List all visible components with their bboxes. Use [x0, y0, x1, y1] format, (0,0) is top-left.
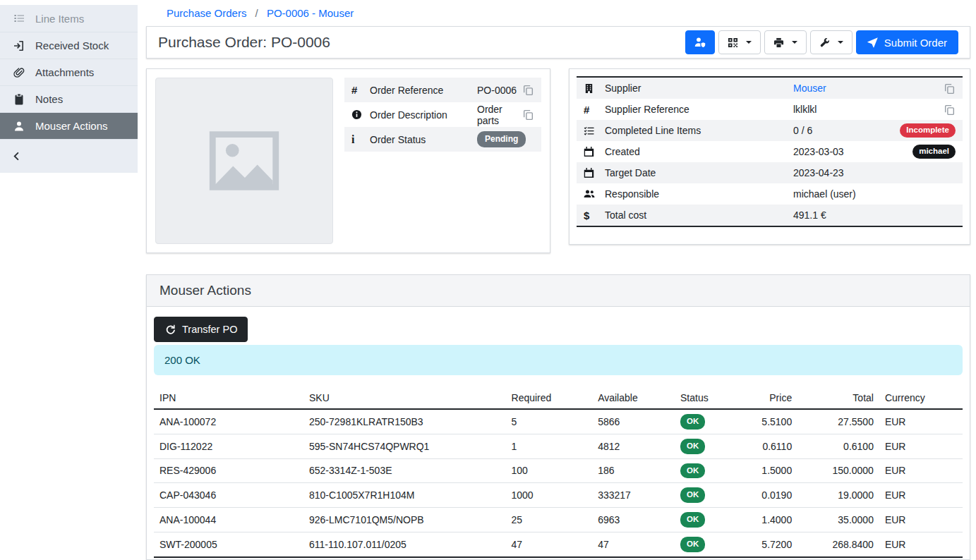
cell-required: 25 [506, 508, 593, 532]
paper-plane-icon [867, 37, 879, 48]
transfer-po-label: Transfer PO [182, 324, 237, 335]
sidebar-collapse-button[interactable] [0, 139, 138, 173]
user-shield-icon [694, 37, 706, 48]
status-ok-badge: OK [680, 414, 705, 430]
paperclip-icon [13, 66, 25, 78]
copy-icon[interactable] [522, 84, 534, 96]
users-icon [584, 188, 605, 200]
sidebar-item-attachments[interactable]: Attachments [0, 59, 138, 85]
order-details-section: # Order Reference PO-0006 Order Descript… [146, 68, 970, 253]
col-header-available: Available [592, 387, 675, 409]
col-header-currency: Currency [879, 387, 963, 409]
footer-total-value: 501.0000 [797, 557, 879, 560]
status-ok-badge: OK [680, 512, 705, 528]
cell-ipn: CAP-043046 [154, 483, 303, 508]
cell-status: OK [675, 483, 740, 508]
supplier-link[interactable]: Mouser [793, 83, 826, 94]
hash-icon: # [584, 104, 605, 116]
user-icon [13, 120, 25, 132]
qr-code-icon [728, 37, 739, 48]
table-row: ANA-100072 250-72981KLRATR150B3 5 5866 O… [154, 409, 963, 434]
order-image-placeholder[interactable] [155, 78, 333, 244]
sidebar: Line Items Received Stock Attachments No… [0, 0, 138, 560]
cell-price: 5.7200 [740, 532, 798, 556]
mouser-panel-body: Transfer PO 200 OK IPN SKU Required Avai… [147, 307, 970, 560]
cell-status: OK [675, 508, 740, 532]
sidebar-item-received-stock[interactable]: Received Stock [0, 32, 138, 59]
cell-total: 35.0000 [797, 508, 879, 532]
copy-icon[interactable] [522, 109, 534, 121]
hash-icon: # [351, 84, 370, 96]
submit-order-button[interactable]: Submit Order [856, 30, 958, 54]
detail-value: 2023-03-03 [793, 146, 844, 157]
detail-row-supplier-reference: # Supplier Reference lklklkl [577, 99, 963, 120]
cell-available: 4812 [592, 434, 675, 458]
copy-icon[interactable] [944, 104, 956, 116]
sidebar-item-line-items[interactable]: Line Items [0, 5, 138, 32]
detail-value: 0 / 6 [793, 125, 812, 136]
detail-value: PO-0006 [477, 85, 517, 96]
col-header-sku: SKU [303, 387, 506, 409]
copy-icon[interactable] [944, 83, 956, 95]
barcode-actions-button[interactable] [718, 30, 761, 54]
cell-total: 0.6100 [797, 434, 879, 458]
detail-label: Order Reference [370, 85, 477, 96]
detail-row-responsible: Responsible michael (user) [577, 183, 963, 205]
mouser-parts-table: IPN SKU Required Available Status Price … [154, 387, 963, 560]
incomplete-badge: Incomplete [900, 123, 956, 138]
building-icon [584, 83, 605, 94]
cell-status: OK [675, 458, 740, 483]
sidebar-item-label: Attachments [35, 66, 94, 78]
cell-status: OK [675, 434, 740, 458]
cell-ipn: ANA-100072 [154, 409, 303, 434]
list-check-icon [584, 126, 605, 136]
cell-ipn: DIG-112022 [154, 434, 303, 458]
col-header-status: Status [675, 387, 740, 409]
detail-label: Total cost [605, 209, 793, 221]
cell-currency: EUR [879, 434, 963, 458]
detail-row-order-reference: # Order Reference PO-0006 [344, 78, 541, 102]
status-ok-badge: OK [680, 537, 705, 552]
print-actions-button[interactable] [764, 30, 807, 54]
supplier-detail-table: Supplier Mouser # Supplier Reference lkl… [577, 76, 963, 227]
dollar-icon: $ [584, 209, 605, 221]
breadcrumb-link-current[interactable]: PO-0006 - Mouser [267, 7, 354, 19]
calendar-icon [584, 168, 605, 178]
cell-sku: 250-72981KLRATR150B3 [303, 409, 506, 434]
table-row: SWT-200005 611-110.107.011/0205 47 47 OK… [154, 532, 963, 556]
sidebar-list: Line Items Received Stock Attachments No… [0, 5, 138, 173]
detail-label: Responsible [605, 188, 793, 200]
cell-price: 0.0190 [740, 483, 798, 508]
sidebar-item-mouser-actions[interactable]: Mouser Actions [0, 112, 138, 139]
order-summary-panel: # Order Reference PO-0006 Order Descript… [146, 68, 550, 253]
cell-available: 333217 [592, 483, 675, 508]
col-header-total: Total [797, 387, 879, 409]
cell-available: 186 [592, 458, 675, 483]
user-badge: michael [912, 145, 956, 159]
tools-icon [819, 37, 831, 48]
detail-row-order-description: Order Description Order parts [344, 102, 541, 127]
incomplete-badge-wrap: Incomplete [900, 123, 956, 138]
transfer-po-button[interactable]: Transfer PO [154, 317, 248, 342]
cell-sku: 926-LMC7101QM5/NOPB [303, 508, 506, 532]
order-actions-button[interactable] [810, 30, 853, 54]
header-actions: Submit Order [685, 30, 958, 54]
detail-label: Order Status [370, 134, 477, 145]
user-badge-wrap: michael [912, 145, 956, 159]
submit-order-label: Submit Order [884, 37, 947, 49]
admin-users-button[interactable] [685, 30, 715, 54]
printer-icon [773, 37, 785, 48]
detail-row-order-status: i Order Status Pending [344, 127, 541, 152]
cell-sku: 652-3314Z-1-503E [303, 458, 506, 483]
detail-value: 491.1 € [793, 209, 826, 221]
table-row: DIG-112022 595-SN74HCS74QPWRQ1 1 4812 OK… [154, 434, 963, 458]
detail-row-total-cost: $ Total cost 491.1 € [577, 205, 963, 226]
detail-row-completed-line-items: Completed Line Items 0 / 6 Incomplete [577, 120, 963, 141]
table-row: ANA-100044 926-LMC7101QM5/NOPB 25 6963 O… [154, 508, 963, 532]
col-header-price: Price [740, 387, 798, 409]
cell-price: 5.5100 [740, 409, 798, 434]
cell-total: 150.0000 [797, 458, 879, 483]
cell-status: OK [675, 409, 740, 434]
sidebar-item-notes[interactable]: Notes [0, 85, 138, 112]
breadcrumb-link-purchase-orders[interactable]: Purchase Orders [167, 7, 246, 19]
